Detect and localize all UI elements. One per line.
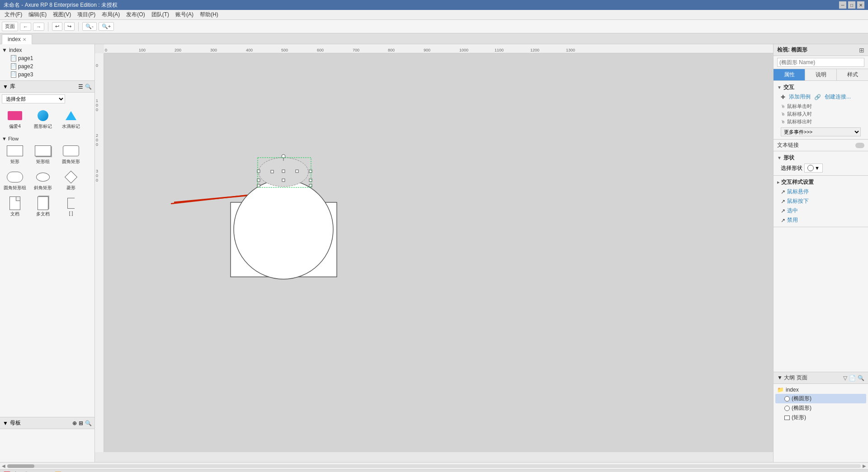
page-item-page3[interactable]: 📄 page3 (2, 70, 93, 79)
lib-item-docs[interactable]: 多文档 (30, 195, 56, 219)
svg-rect-19 (309, 184, 312, 187)
event-mouse-click[interactable]: 🖱 鼠标单击时 (781, 103, 861, 110)
style-hover[interactable]: ↗ 鼠标悬停 (777, 187, 864, 196)
interaction-expand-icon[interactable]: ▼ (777, 85, 782, 90)
lib-item-doc[interactable]: 文档 (2, 195, 28, 219)
shape-name-input[interactable] (777, 58, 864, 67)
menu-help[interactable]: 帮助(H) (197, 10, 221, 19)
shape-select-button[interactable]: ▼ (804, 164, 823, 173)
ruler-v-300: 300 (95, 168, 104, 183)
canvas-area[interactable]: 0 100 200 300 400 500 600 700 800 900 10… (95, 44, 773, 462)
outline-pages-icon[interactable]: 📄 (849, 375, 856, 381)
minimize-button[interactable]: ─ (839, 1, 846, 9)
create-link[interactable]: 创建连接... (825, 93, 851, 101)
library-select-dropdown[interactable]: 选择全部 (2, 94, 65, 103)
master-expand-icon[interactable]: ▼ (3, 420, 8, 426)
scroll-right-btn[interactable]: ▶ (863, 463, 866, 468)
right-tabs: 属性 说明 样式 (774, 69, 868, 81)
interaction-title: 交互 (783, 84, 794, 91)
event-mouse-leave[interactable]: 🖱 鼠标移出时 (781, 118, 861, 126)
menu-view[interactable]: 视图(V) (50, 10, 74, 19)
scrollbar-thumb[interactable] (7, 464, 34, 468)
layer-circle-icon-2 (784, 406, 790, 411)
scroll-left-btn[interactable]: ◀ (2, 463, 5, 468)
event-mouse-enter[interactable]: 🖱 鼠标移入时 (781, 110, 861, 118)
library-menu-icon[interactable]: ☰ (78, 84, 83, 90)
lib-item-diamond[interactable]: 菱形 (58, 168, 84, 193)
lib-item-blue-triangle[interactable]: 水滴标记 (58, 107, 84, 131)
lib-item-rounded-rect[interactable]: 圆角矩形 (58, 142, 84, 167)
library-expand-icon[interactable]: ▼ (3, 84, 8, 90)
toolbar: 页面 ← → ↩ ↪ 🔍- 🔍+ (0, 20, 868, 33)
master-add-icon[interactable]: ⊕ (72, 420, 77, 426)
right-tab-notes[interactable]: 说明 (805, 69, 837, 80)
menu-file[interactable]: 文件(F) (2, 10, 25, 19)
lib-item-oval[interactable]: 斜角矩形 (30, 168, 56, 193)
menu-account[interactable]: 账号(A) (173, 10, 196, 19)
pages-collapse-icon[interactable]: ▼ (2, 47, 7, 53)
flow-expand-icon[interactable]: ▼ Flow (2, 136, 19, 141)
style-hover-label[interactable]: 鼠标悬停 (787, 188, 809, 196)
layer-item-ellipse2[interactable]: (椭圆形) (775, 403, 866, 413)
right-tab-properties[interactable]: 属性 (774, 69, 805, 80)
ruler-mark-800: 800 (387, 44, 395, 53)
toolbar-undo[interactable]: ↩ (52, 22, 62, 31)
close-button[interactable]: ✕ (857, 1, 864, 9)
add-case-link[interactable]: 添加用例 (789, 93, 811, 101)
style-disabled-label[interactable]: 禁用 (787, 216, 798, 224)
toolbar-nav-forward[interactable]: → (33, 23, 44, 31)
master-search-icon[interactable]: 🔍 (85, 420, 92, 426)
outline-filter-icon[interactable]: ▽ (843, 375, 847, 381)
more-events-select[interactable]: 更多事件>>> (781, 127, 861, 136)
toolbar-zoom-out[interactable]: 🔍- (82, 22, 97, 31)
right-tab-style[interactable]: 样式 (837, 69, 868, 80)
style-disabled[interactable]: ↗ 禁用 (777, 215, 864, 225)
tab-index[interactable]: index ✕ (2, 34, 32, 44)
interaction-add-row: ✚ 添加用例 🔗 创建连接... (777, 92, 864, 102)
tab-index-close[interactable]: ✕ (23, 37, 26, 42)
toolbar-nav-back[interactable]: ← (20, 23, 31, 31)
menu-publish[interactable]: 发布(O) (123, 10, 147, 19)
canvas-content[interactable]: cursor (104, 53, 773, 452)
canvas-svg[interactable] (104, 53, 773, 452)
right-panel-expand-icon[interactable]: ⊞ (859, 47, 864, 54)
outline-expand-icon[interactable]: ▼ (777, 374, 783, 381)
shape-title: 形状 (783, 154, 794, 162)
lib-item-rounded-rect2[interactable]: 圆角矩形组 (2, 168, 28, 193)
menu-layout[interactable]: 布局(A) (99, 10, 123, 19)
library-search-icon[interactable]: 🔍 (85, 84, 92, 90)
layer-item-rect[interactable]: (矩形) (775, 413, 866, 422)
toolbar-zoom-in[interactable]: 🔍+ (99, 22, 114, 31)
menu-edit[interactable]: 编辑(E) (26, 10, 49, 19)
style-selected-label[interactable]: 选中 (787, 207, 798, 215)
page-item-page2[interactable]: 📄 page2 (2, 62, 93, 70)
toolbar-redo[interactable]: ↪ (64, 22, 75, 31)
style-selected[interactable]: ↗ 选中 (777, 206, 864, 215)
scrollbar-bottom[interactable]: ◀ ▶ (0, 462, 868, 469)
layer-group-index-header[interactable]: 📁 index (775, 386, 866, 394)
master-title: 母板 (10, 419, 21, 427)
style-mousedown-label[interactable]: 鼠标按下 (787, 197, 809, 205)
outline-search-icon[interactable]: 🔍 (858, 375, 864, 381)
add-case-plus-icon[interactable]: ✚ (781, 94, 785, 100)
menu-team[interactable]: 团队(T) (149, 10, 172, 19)
interaction-style-expand-icon[interactable]: ▸ (777, 180, 779, 185)
scrollbar-track[interactable] (7, 464, 861, 468)
text-link-toggle[interactable] (855, 143, 864, 148)
lib-item-pink-rect[interactable]: 偏爱4 (2, 107, 28, 131)
menu-project[interactable]: 项目(P) (75, 10, 98, 19)
maximize-button[interactable]: □ (848, 1, 855, 9)
lib-item-rect[interactable]: 矩形 (2, 142, 28, 167)
ruler-mark-500: 500 (280, 44, 288, 53)
layer-item-ellipse1[interactable]: (椭圆形) (775, 394, 866, 403)
page-item-page1[interactable]: 📄 page1 (2, 54, 93, 62)
shape-expand-icon[interactable]: ▼ (777, 155, 782, 160)
lib-item-bracket[interactable]: [ ] (58, 195, 84, 219)
lib-item-rect-group[interactable]: 矩形组 (30, 142, 56, 167)
pages-header: ▼ index (2, 46, 93, 54)
page-icon-page3: 📄 (11, 71, 16, 78)
master-import-icon[interactable]: ⊞ (79, 420, 83, 426)
lib-item-blue-circle[interactable]: 图形标记 (30, 107, 56, 131)
title-bar-controls: ─ □ ✕ (839, 1, 864, 9)
style-mousedown[interactable]: ↗ 鼠标按下 (777, 196, 864, 206)
